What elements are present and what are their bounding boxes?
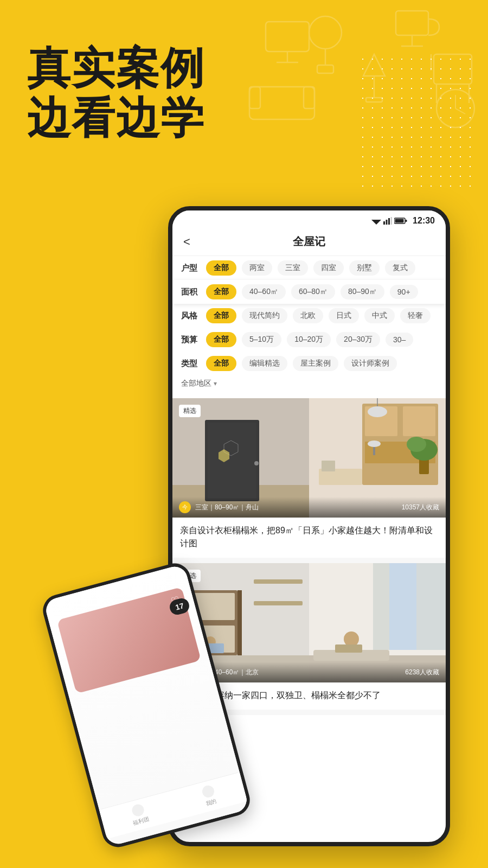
svg-rect-17 bbox=[304, 87, 314, 108]
svg-rect-23 bbox=[386, 220, 388, 225]
area-dropdown-label: 全部地区 bbox=[181, 379, 211, 388]
wifi-icon bbox=[371, 217, 381, 225]
filter-chip-all-huxing[interactable]: 全部 bbox=[206, 260, 236, 276]
status-icons: 12:30 bbox=[371, 216, 435, 226]
battery-icon bbox=[394, 217, 407, 225]
card-2-saves: 6238人收藏 bbox=[405, 668, 439, 677]
svg-point-7 bbox=[309, 16, 342, 49]
chevron-down-icon: ▾ bbox=[214, 380, 217, 387]
svg-rect-28 bbox=[395, 219, 404, 223]
card-1-author-meta: 三室｜80–90㎡｜舟山 bbox=[195, 503, 259, 512]
filter-chip-20-30[interactable]: 20–30万 bbox=[336, 332, 380, 347]
svg-rect-15 bbox=[249, 87, 314, 119]
card-1-saves: 10357人收藏 bbox=[402, 503, 439, 512]
filter-chip-all-style[interactable]: 全部 bbox=[206, 308, 236, 323]
filter-section: 户型 全部 两室 三室 四室 别墅 复式 面积 全部 40–60㎡ 60–80㎡… bbox=[172, 256, 446, 398]
svg-point-47 bbox=[368, 441, 381, 447]
filter-row-budget: 预算 全部 5–10万 10–20万 20–30万 30– bbox=[172, 328, 446, 352]
svg-rect-16 bbox=[249, 87, 260, 108]
svg-marker-21 bbox=[371, 220, 381, 225]
filter-chip-owner[interactable]: 屋主案例 bbox=[293, 356, 338, 371]
welfare-icon bbox=[131, 803, 145, 818]
svg-point-35 bbox=[254, 461, 259, 465]
svg-rect-10 bbox=[266, 22, 309, 52]
hero-line1: 真实案例 bbox=[27, 43, 205, 93]
filter-chip-nordic[interactable]: 北欧 bbox=[293, 308, 323, 323]
card-1-image: 精选 今 三室｜80–90㎡｜舟山 10357人收藏 bbox=[172, 398, 446, 518]
filter-row-huxing: 户型 全部 两室 三室 四室 别墅 复式 bbox=[172, 256, 446, 280]
svg-point-51 bbox=[368, 406, 387, 417]
svg-rect-27 bbox=[406, 220, 407, 222]
filter-label-area: 面积 bbox=[181, 287, 201, 297]
filter-chip-90plus[interactable]: 90+ bbox=[390, 285, 418, 299]
filter-chip-30plus[interactable]: 30– bbox=[386, 333, 413, 347]
svg-rect-41 bbox=[403, 406, 435, 436]
filter-chip-40-60[interactable]: 40–60㎡ bbox=[242, 284, 286, 299]
filter-chip-10-20[interactable]: 10–20万 bbox=[287, 332, 331, 347]
filter-chip-80-90[interactable]: 80–90㎡ bbox=[341, 284, 384, 299]
svg-point-67 bbox=[344, 631, 359, 647]
filter-chip-villa[interactable]: 别墅 bbox=[349, 260, 380, 276]
filter-label-style: 风格 bbox=[181, 311, 201, 321]
card-1-meta-left: 今 三室｜80–90㎡｜舟山 bbox=[179, 501, 259, 513]
filter-chip-all-type[interactable]: 全部 bbox=[206, 356, 236, 371]
status-bar: 12:30 bbox=[172, 210, 446, 229]
svg-rect-70 bbox=[335, 644, 362, 653]
svg-point-45 bbox=[407, 437, 426, 452]
svg-rect-57 bbox=[237, 590, 242, 655]
filter-chip-chinese[interactable]: 中式 bbox=[364, 308, 395, 323]
filter-chip-modern[interactable]: 现代简约 bbox=[242, 308, 287, 323]
filter-label-type: 类型 bbox=[181, 359, 201, 369]
small-nav-welfare: 福利团 bbox=[129, 802, 150, 827]
small-nav-label-2: 我的 bbox=[205, 797, 217, 808]
svg-rect-9 bbox=[317, 65, 333, 73]
svg-rect-24 bbox=[388, 218, 390, 225]
signal-icon bbox=[383, 217, 392, 225]
app-header: < 全屋记 bbox=[172, 229, 446, 256]
svg-rect-34 bbox=[208, 423, 256, 499]
svg-rect-49 bbox=[322, 461, 335, 471]
filter-chip-all-area[interactable]: 全部 bbox=[206, 284, 236, 299]
filter-chip-japanese[interactable]: 日式 bbox=[329, 308, 359, 323]
card-1-badge: 精选 bbox=[179, 405, 201, 417]
filter-chip-2room[interactable]: 两室 bbox=[242, 260, 272, 276]
filter-chip-designer[interactable]: 设计师案例 bbox=[344, 356, 397, 371]
card-1-avatar: 今 bbox=[179, 501, 191, 513]
svg-rect-64 bbox=[373, 563, 389, 650]
dot-pattern bbox=[358, 54, 477, 195]
filter-row-type: 类型 全部 编辑精选 屋主案例 设计师案例 bbox=[172, 352, 446, 375]
small-nav-label-1: 福利团 bbox=[132, 815, 150, 827]
svg-rect-60 bbox=[254, 579, 303, 584]
filter-chip-editorial[interactable]: 编辑精选 bbox=[242, 356, 287, 371]
filter-chip-all-budget[interactable]: 全部 bbox=[206, 332, 236, 347]
filter-chip-60-80[interactable]: 60–80㎡ bbox=[291, 284, 335, 299]
svg-rect-0 bbox=[396, 11, 428, 35]
card-1-meta: 今 三室｜80–90㎡｜舟山 10357人收藏 bbox=[172, 497, 446, 518]
svg-rect-61 bbox=[254, 601, 303, 605]
back-button[interactable]: < bbox=[183, 235, 190, 249]
filter-row-area: 面积 全部 40–60㎡ 60–80㎡ 80–90㎡ 90+ bbox=[172, 280, 446, 304]
main-phone-mockup: ♡ 17 福利团 我的 bbox=[168, 206, 450, 846]
mine-icon bbox=[201, 784, 216, 799]
filter-chip-5-10[interactable]: 5–10万 bbox=[242, 332, 281, 347]
hero-line2: 边看边学 bbox=[27, 93, 205, 143]
small-nav-mine: 我的 bbox=[201, 784, 218, 807]
status-time: 12:30 bbox=[413, 216, 435, 226]
svg-rect-25 bbox=[391, 217, 393, 225]
filter-label-huxing: 户型 bbox=[181, 263, 201, 273]
hero-text-block: 真实案例 边看边学 bbox=[27, 43, 205, 143]
filter-label-budget: 预算 bbox=[181, 335, 201, 345]
svg-rect-65 bbox=[416, 563, 446, 650]
page-title: 全屋记 bbox=[293, 234, 325, 249]
card-1-description: 亲自设计衣柜榻榻米，把89㎡「日系」小家越住越大！附清单和设计图 bbox=[172, 518, 446, 558]
card-1-title: 亲自设计衣柜榻榻米，把89㎡「日系」小家越住越大！附清单和设计图 bbox=[180, 524, 438, 550]
area-dropdown[interactable]: 全部地区 ▾ bbox=[172, 375, 446, 394]
filter-chip-light-luxury[interactable]: 轻奢 bbox=[400, 308, 431, 323]
filter-chip-3room[interactable]: 三室 bbox=[278, 260, 308, 276]
card-1[interactable]: 精选 今 三室｜80–90㎡｜舟山 10357人收藏 亲自设计衣柜榻榻米，把89… bbox=[172, 398, 446, 558]
filter-chip-duplex[interactable]: 复式 bbox=[385, 260, 415, 276]
filter-chip-4room[interactable]: 四室 bbox=[313, 260, 344, 276]
svg-rect-22 bbox=[383, 221, 385, 225]
filter-row-style: 风格 全部 现代简约 北欧 日式 中式 轻奢 bbox=[172, 304, 446, 328]
